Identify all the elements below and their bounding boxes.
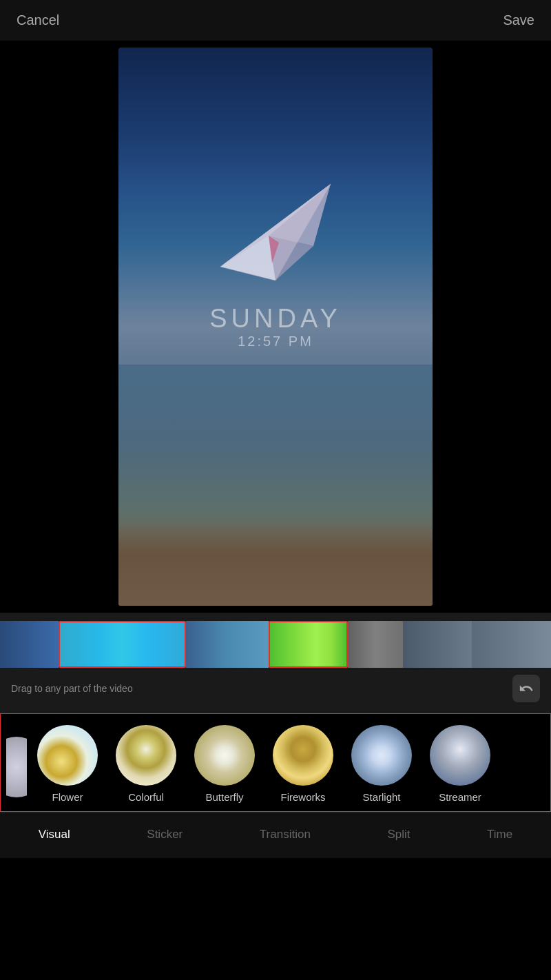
effect-label-flower: Flower xyxy=(52,791,83,803)
effect-label-colorful: Colorful xyxy=(128,791,164,803)
bottom-nav: Visual Sticker Transition Split Time xyxy=(0,812,551,858)
nav-item-sticker[interactable]: Sticker xyxy=(138,825,191,844)
effect-item-flower[interactable]: Flower xyxy=(30,725,105,803)
video-preview: SUNDAY 12:57 PM xyxy=(0,41,551,613)
effect-item-streamer[interactable]: Streamer xyxy=(422,725,498,803)
timeline-segment-3[interactable] xyxy=(186,621,269,668)
svg-marker-2 xyxy=(269,184,331,246)
timeline-segment-2-highlighted[interactable] xyxy=(59,621,186,668)
effect-label-streamer: Streamer xyxy=(439,791,481,803)
effect-item-colorful[interactable]: Colorful xyxy=(108,725,184,803)
effect-circle-colorful xyxy=(116,725,176,786)
timeline-strip[interactable] xyxy=(0,621,551,668)
video-overlay: SUNDAY 12:57 PM xyxy=(209,304,342,349)
effect-circle-partial xyxy=(6,737,27,797)
effect-circle-starlight xyxy=(351,725,412,786)
effect-circle-fireworks xyxy=(273,725,333,786)
video-frame: SUNDAY 12:57 PM xyxy=(118,48,433,606)
effect-label-butterfly: Butterfly xyxy=(205,791,243,803)
nav-item-time[interactable]: Time xyxy=(479,825,521,844)
timeline-segment-6[interactable] xyxy=(403,621,472,668)
effect-circle-streamer xyxy=(430,725,490,786)
drag-hint-row: Drag to any part of the video xyxy=(0,668,551,708)
effect-label-starlight: Starlight xyxy=(362,791,400,803)
effect-circle-flower xyxy=(37,725,98,786)
undo-icon xyxy=(519,681,534,696)
timeline-section: Drag to any part of the video xyxy=(0,613,551,713)
paper-plane-icon xyxy=(214,170,337,283)
timeline-segment-7[interactable] xyxy=(472,621,551,668)
effect-item-butterfly[interactable]: Butterfly xyxy=(187,725,262,803)
effect-item-starlight[interactable]: Starlight xyxy=(344,725,419,803)
effects-scroll[interactable]: Flower Colorful Butterfly Fireworks Star… xyxy=(1,725,550,803)
effect-item-fireworks[interactable]: Fireworks xyxy=(265,725,341,803)
drag-hint-text: Drag to any part of the video xyxy=(11,683,133,694)
nav-item-transition[interactable]: Transition xyxy=(251,825,319,844)
timeline-segment-1[interactable] xyxy=(0,621,59,668)
overlay-time: 12:57 PM xyxy=(209,334,342,349)
nav-item-visual[interactable]: Visual xyxy=(30,825,79,844)
timeline-segment-4-highlighted[interactable] xyxy=(269,621,348,668)
timeline-segment-5[interactable] xyxy=(348,621,403,668)
header: Cancel Save xyxy=(0,0,551,41)
cancel-button[interactable]: Cancel xyxy=(17,12,59,28)
nav-item-split[interactable]: Split xyxy=(379,825,418,844)
effect-label-fireworks: Fireworks xyxy=(280,791,325,803)
undo-button[interactable] xyxy=(512,675,540,702)
save-button[interactable]: Save xyxy=(503,12,534,28)
overlay-day: SUNDAY xyxy=(209,304,342,334)
effect-item-partial-left[interactable] xyxy=(6,737,27,803)
effect-circle-butterfly xyxy=(194,725,255,786)
effects-panel: Flower Colorful Butterfly Fireworks Star… xyxy=(0,713,551,812)
